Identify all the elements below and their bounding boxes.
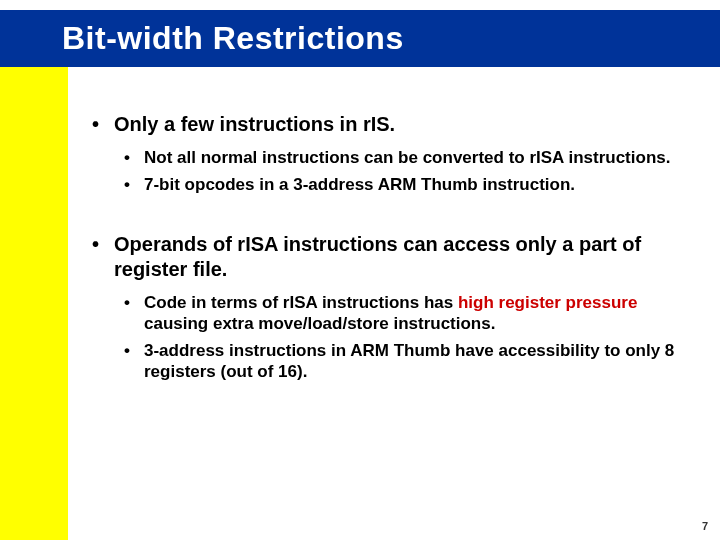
bullet-text: Not all normal instructions can be conve… bbox=[144, 148, 670, 167]
bullet-text: 7-bit opcodes in a 3-address ARM Thumb i… bbox=[144, 175, 575, 194]
bullet-text: Only a few instructions in rIS. bbox=[114, 113, 395, 135]
bullet-level1: Operands of rISA instructions can access… bbox=[90, 232, 680, 282]
sidebar-accent bbox=[0, 67, 68, 540]
bullet-level2: 7-bit opcodes in a 3-address ARM Thumb i… bbox=[120, 174, 680, 195]
bullet-text: Operands of rISA instructions can access… bbox=[114, 233, 641, 280]
bullet-level2: 3-address instructions in ARM Thumb have… bbox=[120, 340, 680, 383]
slide: Bit-width Restrictions Only a few instru… bbox=[0, 0, 720, 540]
bullet-text-pre: Code in terms of rISA instructions has bbox=[144, 293, 458, 312]
slide-title: Bit-width Restrictions bbox=[0, 20, 404, 57]
title-bar: Bit-width Restrictions bbox=[0, 10, 720, 67]
bullet-text: 3-address instructions in ARM Thumb have… bbox=[144, 341, 674, 381]
bullet-text-post: causing extra move/load/store instructio… bbox=[144, 314, 495, 333]
content-area: Only a few instructions in rIS. Not all … bbox=[90, 112, 680, 389]
spacer bbox=[90, 202, 680, 232]
bullet-level2: Code in terms of rISA instructions has h… bbox=[120, 292, 680, 335]
highlight-text: high register pressure bbox=[458, 293, 638, 312]
page-number: 7 bbox=[702, 520, 708, 532]
bullet-level1: Only a few instructions in rIS. bbox=[90, 112, 680, 137]
bullet-level2: Not all normal instructions can be conve… bbox=[120, 147, 680, 168]
